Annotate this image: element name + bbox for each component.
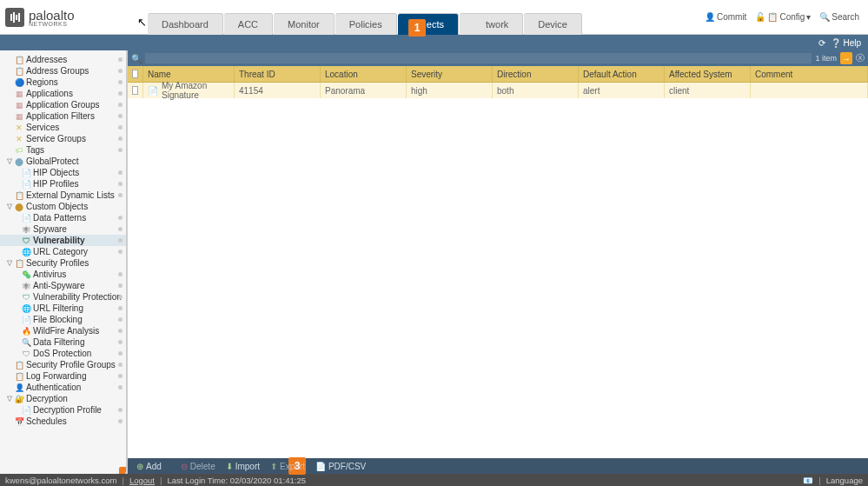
cell: both <box>493 83 579 98</box>
cell: Panorama <box>321 83 407 98</box>
pdf-csv-button[interactable]: 📄PDF/CSV <box>315 462 366 471</box>
tree-item-data-filtering[interactable]: 🔍Data Filtering <box>0 336 126 348</box>
tree-item-application-filters[interactable]: ▦Application Filters <box>0 110 126 122</box>
column-header-default-action[interactable]: Default Action <box>579 66 665 82</box>
cell: alert <box>579 83 665 98</box>
status-login-time: Last Login Time: 02/03/2020 01:41:25 <box>167 476 306 485</box>
tab-monitor[interactable]: Monitor <box>274 13 335 35</box>
tab-network[interactable]: Network <box>460 13 523 35</box>
language-button[interactable]: Language <box>826 476 863 485</box>
data-grid: NameThreat IDLocationSeverityDirectionDe… <box>128 66 868 458</box>
column-header-direction[interactable]: Direction <box>493 66 579 82</box>
tab-acc[interactable]: ACC <box>224 13 273 35</box>
filter-go-button[interactable]: → <box>840 52 852 64</box>
help-button[interactable]: ❔Help <box>831 38 861 48</box>
tree-item-decryption[interactable]: ▽🔐Decryption <box>0 393 126 404</box>
table-row[interactable]: 📄 My Amazon Signature41154Panoramahighbo… <box>128 83 868 98</box>
item-count: 1 item <box>815 54 837 63</box>
tree-item-decryption-profile[interactable]: 📄Decryption Profile <box>0 404 126 416</box>
status-user: kwens@paloaltonetworks.com <box>5 476 116 485</box>
cursor-icon: ↖ <box>137 16 147 29</box>
tree-item-address-groups[interactable]: 📋Address Groups <box>0 65 126 77</box>
tree-item-wildfire-analysis[interactable]: 🔥WildFire Analysis <box>0 325 126 336</box>
column-header-comment[interactable]: Comment <box>751 66 868 82</box>
tree-item-hip-objects[interactable]: 📄HIP Objects <box>0 167 126 178</box>
refresh-icon[interactable]: ⟳ <box>818 38 825 48</box>
export-button[interactable]: ⬆Export <box>270 462 305 471</box>
annotation-badge-2: 2 <box>119 467 128 474</box>
cell: 📄 My Amazon Signature <box>143 83 235 98</box>
column-header-threat-id[interactable]: Threat ID <box>235 66 321 82</box>
filter-clear-icon[interactable]: ⓧ <box>856 52 865 64</box>
column-header-affected-system[interactable]: Affected System <box>665 66 751 82</box>
cell: high <box>407 83 493 98</box>
tree-item-security-profiles[interactable]: ▽📋Security Profiles <box>0 257 126 269</box>
tree-item-hip-profiles[interactable]: 📄HIP Profiles <box>0 178 126 190</box>
search-icon: 🔍 <box>131 54 142 63</box>
filter-input[interactable] <box>145 53 812 63</box>
tree-item-authentication[interactable]: 👤Authentication <box>0 382 126 393</box>
cell <box>751 83 868 98</box>
column-header-severity[interactable]: Severity <box>407 66 493 82</box>
tree-item-tags[interactable]: 🏷Tags <box>0 144 126 156</box>
logout-link[interactable]: Logout <box>129 476 155 485</box>
bottom-toolbar: ⊕Add 3 ⊖Delete ⬇Import ⬆Export 📄PDF/CSV <box>128 458 868 474</box>
sidebar-tree[interactable]: 📋Addresses📋Address Groups🔵Regions▦Applic… <box>0 50 128 474</box>
filter-bar: 🔍 1 item → ⓧ <box>128 50 868 66</box>
tree-item-applications[interactable]: ▦Applications <box>0 88 126 99</box>
tree-item-data-patterns[interactable]: 📄Data Patterns <box>0 212 126 223</box>
tree-item-url-filtering[interactable]: 🌐URL Filtering <box>0 303 126 314</box>
tree-item-external-dynamic-lists[interactable]: 📋External Dynamic Lists <box>0 190 126 201</box>
tree-item-services[interactable]: ✕Services <box>0 122 126 133</box>
tree-item-spyware[interactable]: 🕷Spyware <box>0 223 126 235</box>
tree-item-dos-protection[interactable]: 🛡DoS Protection <box>0 348 126 359</box>
row-checkbox[interactable] <box>128 83 143 98</box>
add-button[interactable]: ⊕Add <box>136 462 162 471</box>
tree-item-schedules[interactable]: 📅Schedules <box>0 416 126 427</box>
config-button[interactable]: 🔓📋Config▾ <box>755 12 811 22</box>
status-bar: kwens@paloaltonetworks.com | Logout | La… <box>0 474 868 486</box>
delete-button[interactable]: ⊖Delete <box>181 462 215 471</box>
tab-objects[interactable]: Objects <box>398 13 459 35</box>
import-button[interactable]: ⬇Import <box>226 462 260 471</box>
tree-item-vulnerability-protection[interactable]: 🛡Vulnerability Protection <box>0 291 126 303</box>
tab-policies[interactable]: Policies <box>335 13 397 35</box>
tree-item-custom-objects[interactable]: ▽⬤Custom Objects <box>0 201 126 212</box>
tree-item-antivirus[interactable]: 🦠Antivirus <box>0 269 126 280</box>
tree-item-regions[interactable]: 🔵Regions <box>0 77 126 88</box>
logo-brand: paloalto <box>29 8 75 23</box>
tree-item-url-category[interactable]: 🌐URL Category <box>0 246 126 257</box>
tree-item-anti-spyware[interactable]: 🕷Anti-Spyware <box>0 280 126 291</box>
tasks-icon[interactable]: 📧 <box>803 476 813 485</box>
tree-item-application-groups[interactable]: ▦Application Groups <box>0 99 126 110</box>
select-all-checkbox[interactable] <box>128 66 143 82</box>
tree-item-globalprotect[interactable]: ▽⬤GlobalProtect <box>0 156 126 167</box>
search-button[interactable]: 🔍Search <box>819 12 859 22</box>
tree-item-vulnerability[interactable]: 🛡Vulnerability2 <box>0 235 126 246</box>
column-header-location[interactable]: Location <box>321 66 407 82</box>
tree-item-log-forwarding[interactable]: 📋Log Forwarding <box>0 370 126 382</box>
tree-item-addresses[interactable]: 📋Addresses <box>0 54 126 65</box>
cell: 41154 <box>235 83 321 98</box>
annotation-badge-1: 1 <box>408 19 426 37</box>
tree-item-file-blocking[interactable]: 📄File Blocking <box>0 314 126 325</box>
tree-item-service-groups[interactable]: ✕Service Groups <box>0 133 126 144</box>
commit-button[interactable]: 👤Commit <box>705 12 746 22</box>
tab-dashboard[interactable]: Dashboard <box>148 13 223 35</box>
tab-device[interactable]: Device <box>524 13 582 35</box>
tree-item-security-profile-groups[interactable]: 📋Security Profile Groups <box>0 359 126 370</box>
logo: paloaltoNETWORKS <box>0 8 148 27</box>
column-header-name[interactable]: Name <box>143 66 235 82</box>
cell: client <box>665 83 751 98</box>
